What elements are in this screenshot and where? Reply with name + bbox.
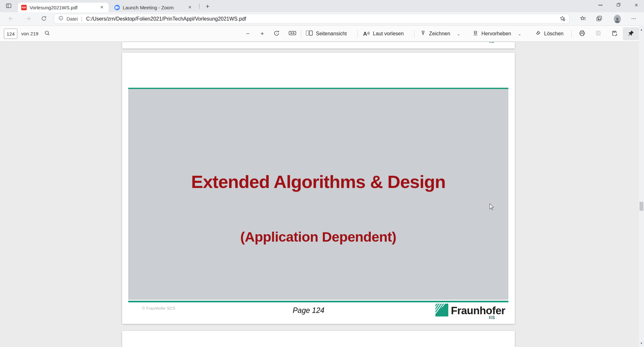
restore-icon: [616, 2, 621, 8]
ellipsis-icon: [631, 16, 637, 22]
highlighter-icon: [472, 30, 479, 38]
pdf-viewer: IIS Extended Algorithms & Design (Applic…: [0, 42, 639, 347]
profile-avatar: [614, 15, 621, 23]
pdf-page-current: Extended Algorithms & Design (Applicatio…: [122, 53, 515, 324]
search-icon: [44, 30, 50, 38]
fraunhofer-logo-institute: IIS: [489, 315, 495, 320]
tab-close-icon[interactable]: ✕: [186, 4, 193, 11]
pdf-toolbar: von 219 − + Seitenansicht A Laut vorlese…: [0, 26, 639, 42]
read-aloud-icon: A: [363, 31, 370, 37]
slide-subtitle: (Application Dependent): [128, 229, 508, 245]
new-tab-button[interactable]: +: [203, 2, 212, 11]
fraunhofer-logo-name: Fraunhofer: [451, 305, 505, 317]
fit-to-width-button[interactable]: [287, 28, 298, 40]
vertical-scrollbar[interactable]: ▲ ▼: [639, 26, 644, 347]
add-favorite-button[interactable]: [558, 15, 567, 23]
close-icon: ✕: [634, 3, 638, 8]
tab-zoom-meeting[interactable]: Launch Meeting - Zoom ✕: [111, 3, 197, 12]
save-as-button[interactable]: [609, 28, 620, 40]
page-view-button[interactable]: Seitenansicht: [304, 28, 348, 40]
tab-strip: PDF Vorlesung2021WS.pdf ✕ Launch Meeting…: [0, 0, 644, 12]
collections-icon: [596, 15, 603, 23]
fraunhofer-logo-icon: [435, 304, 448, 316]
profile-button[interactable]: [612, 14, 623, 24]
tab-actions-menu-button[interactable]: [4, 2, 13, 11]
browser-window: PDF Vorlesung2021WS.pdf ✕ Launch Meeting…: [0, 0, 644, 347]
read-aloud-label: Laut vorlesen: [373, 31, 404, 37]
slide-title: Extended Algorithms & Design: [128, 171, 508, 192]
back-button[interactable]: [6, 14, 16, 24]
zoom-out-button[interactable]: −: [243, 28, 253, 40]
minimize-icon: [598, 5, 603, 5]
zoom-app-icon: [114, 5, 120, 10]
save-icon: [595, 30, 602, 38]
star-list-icon: [580, 15, 586, 23]
rotate-button[interactable]: [271, 28, 282, 40]
browser-menu-button[interactable]: [628, 14, 639, 24]
url-text: C:/Users/zrn/Desktop/Folien2021/PrinTech…: [86, 16, 558, 22]
toolbar-separator: [357, 30, 358, 38]
pdf-page-previous-fragment: IIS: [122, 42, 515, 49]
page-number-input[interactable]: [4, 29, 17, 39]
window-restore-button[interactable]: [611, 0, 626, 10]
save-as-icon: [611, 30, 618, 38]
chevron-down-icon[interactable]: ⌄: [518, 31, 522, 36]
tab-close-icon[interactable]: ✕: [98, 4, 105, 11]
fit-width-icon: [289, 30, 296, 38]
refresh-button[interactable]: [39, 14, 49, 24]
tab-title: Launch Meeting - Zoom: [123, 5, 184, 10]
page-view-icon: [306, 30, 313, 38]
read-aloud-button[interactable]: A Laut vorlesen: [362, 28, 405, 40]
pdf-file-icon: PDF: [21, 5, 27, 10]
refresh-icon: [41, 15, 47, 22]
window-close-button[interactable]: ✕: [629, 0, 644, 10]
address-bar-row: Datei | C:/Users/zrn/Desktop/Folien2021/…: [0, 12, 644, 26]
collections-button[interactable]: [594, 14, 604, 24]
previous-slide-logo-fragment: IIS: [489, 42, 494, 44]
search-button[interactable]: [42, 28, 53, 40]
page-view-label: Seitenansicht: [316, 31, 347, 37]
chevron-down-icon[interactable]: ⌄: [457, 31, 461, 36]
page-count-label: von 219: [21, 31, 38, 36]
print-button[interactable]: [576, 28, 588, 40]
toolbar-separator: [571, 30, 572, 38]
draw-label: Zeichnen: [429, 31, 450, 37]
scrollbar-thumb[interactable]: [640, 202, 643, 211]
forward-arrow-icon: [25, 15, 31, 23]
highlight-button[interactable]: Hervorheben ⌄: [471, 28, 523, 40]
url-bar[interactable]: Datei | C:/Users/zrn/Desktop/Folien2021/…: [54, 14, 569, 24]
eraser-icon: [535, 30, 541, 38]
url-separator: |: [81, 16, 82, 22]
pen-icon: [420, 30, 426, 38]
erase-button[interactable]: Löschen: [533, 28, 565, 40]
minus-icon: −: [246, 30, 249, 37]
printer-icon: [579, 30, 586, 38]
scroll-up-icon[interactable]: ▲: [639, 27, 644, 32]
toolbar-separator: [414, 30, 415, 38]
toolbar-separator: [301, 30, 301, 38]
tab-actions-icon: [5, 3, 12, 10]
site-label: Datei: [67, 16, 78, 22]
window-minimize-button[interactable]: [593, 0, 608, 10]
fraunhofer-logo: Fraunhofer IIS: [435, 302, 503, 320]
save-button[interactable]: [593, 28, 604, 40]
highlight-label: Hervorheben: [481, 31, 511, 37]
tab-title: Vorlesung2021WS.pdf: [30, 5, 96, 10]
info-icon[interactable]: [58, 15, 64, 22]
star-add-icon: [559, 18, 566, 22]
zoom-in-button[interactable]: +: [257, 28, 267, 40]
rotate-icon: [273, 30, 280, 38]
erase-label: Löschen: [544, 31, 564, 37]
pdf-page-next-fragment: [122, 331, 515, 347]
favorites-button[interactable]: [577, 14, 588, 24]
plus-icon: +: [260, 30, 264, 37]
tab-separator: [199, 4, 200, 9]
slide-content-area: Extended Algorithms & Design (Applicatio…: [128, 89, 508, 300]
pin-icon: [628, 30, 634, 38]
pin-toolbar-button[interactable]: [623, 27, 639, 40]
forward-button[interactable]: [23, 14, 33, 24]
back-arrow-icon: [8, 15, 14, 23]
draw-button[interactable]: Zeichnen ⌄: [419, 28, 462, 40]
scroll-down-icon[interactable]: ▼: [639, 341, 644, 346]
tab-pdf[interactable]: PDF Vorlesung2021WS.pdf ✕: [18, 3, 109, 12]
